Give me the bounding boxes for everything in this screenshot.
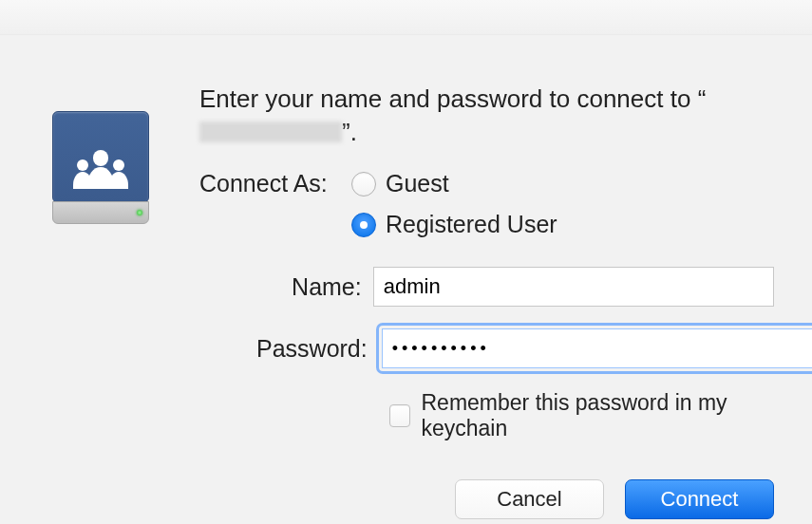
name-label: Name: bbox=[256, 273, 362, 301]
connect-as-label: Connect As: bbox=[199, 170, 351, 238]
registered-user-radio[interactable] bbox=[351, 213, 376, 237]
password-label: Password: bbox=[256, 335, 368, 363]
remember-keychain-checkbox[interactable] bbox=[389, 404, 410, 427]
prompt-suffix: ”. bbox=[342, 118, 357, 146]
cancel-button[interactable]: Cancel bbox=[455, 479, 604, 519]
prompt-text: Enter your name and password to connect … bbox=[199, 83, 774, 149]
connecting-server-name-redacted bbox=[199, 122, 342, 142]
remember-keychain-label: Remember this password in my keychain bbox=[422, 390, 775, 441]
guest-radio-label: Guest bbox=[386, 170, 449, 197]
registered-user-radio-label: Registered User bbox=[386, 211, 557, 238]
guest-radio[interactable] bbox=[351, 172, 376, 196]
network-server-icon bbox=[52, 111, 152, 225]
name-input[interactable] bbox=[373, 267, 774, 307]
connect-to-server-dialog: Enter your name and password to connect … bbox=[0, 35, 812, 524]
connect-button[interactable]: Connect bbox=[625, 479, 774, 519]
password-input[interactable] bbox=[382, 328, 812, 368]
prompt-prefix: Enter your name and password to connect … bbox=[199, 84, 706, 113]
window-chrome bbox=[0, 0, 812, 35]
